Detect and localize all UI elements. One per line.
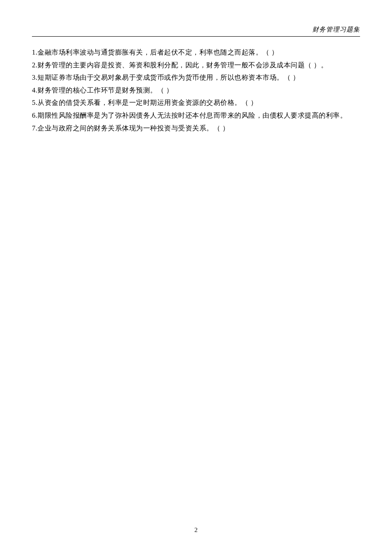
question-7: 7.企业与政府之间的财务关系体现为一种投资与受资关系。（ ） <box>32 122 360 135</box>
page-number: 2 <box>0 526 392 534</box>
question-3: 3.短期证券市场由于交易对象易于变成货币或作为货币使用，所以也称资本市场。（ ） <box>32 71 360 84</box>
content-body: 1.金融市场利率波动与通货膨胀有关，后者起伏不定，利率也随之而起落。（ ） 2.… <box>32 46 360 134</box>
page-number-value: 2 <box>194 526 198 533</box>
document-page: 财务管理习题集 1.金融市场利率波动与通货膨胀有关，后者起伏不定，利率也随之而起… <box>0 0 392 555</box>
header-title: 财务管理习题集 <box>312 26 360 33</box>
question-2: 2.财务管理的主要内容是投资、筹资和股利分配，因此，财务管理一般不会涉及成本问题… <box>32 59 360 72</box>
question-4: 4.财务管理的核心工作环节是财务预测。（ ） <box>32 84 360 97</box>
question-1: 1.金融市场利率波动与通货膨胀有关，后者起伏不定，利率也随之而起落。（ ） <box>32 46 360 59</box>
header-divider <box>32 36 360 37</box>
question-5: 5.从资金的借贷关系看，利率是一定时期运用资金资源的交易价格。（ ） <box>32 96 360 109</box>
question-6: 6.期限性风险报酬率是为了弥补因债务人无法按时还本付息而带来的风险，由债权人要求… <box>32 109 360 122</box>
page-header: 财务管理习题集 <box>32 26 360 34</box>
